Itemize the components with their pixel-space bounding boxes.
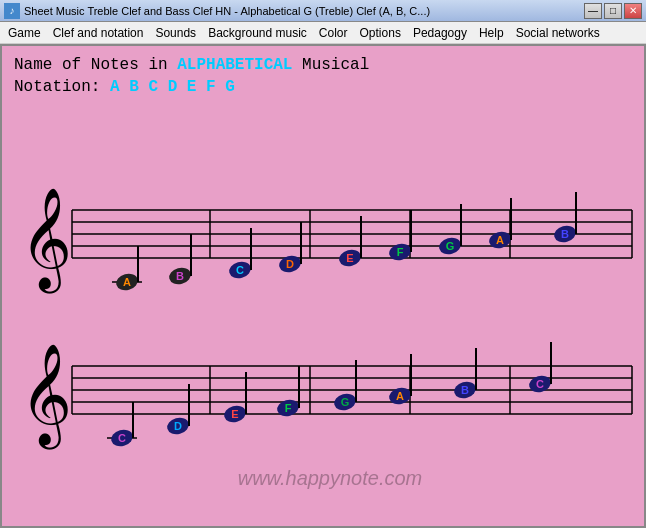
header-line2-prefix: Notation: [14,78,110,96]
svg-text:B: B [561,228,569,240]
maximize-button[interactable]: □ [604,3,622,19]
svg-text:E: E [346,252,353,264]
svg-text:G: G [341,396,350,408]
menu-pedagogy[interactable]: Pedagogy [407,24,473,42]
menu-sounds[interactable]: Sounds [149,24,202,42]
svg-text:C: C [536,378,544,390]
minimize-button[interactable]: — [584,3,602,19]
svg-text:A: A [123,276,131,288]
menu-options[interactable]: Options [354,24,407,42]
main-content: Name of Notes in ALPHABETICAL Musical No… [0,44,646,528]
svg-text:B: B [176,270,184,282]
svg-text:A: A [396,390,404,402]
menu-game[interactable]: Game [2,24,47,42]
header-notes-letters: A B C D E F G [110,78,235,96]
menu-social[interactable]: Social networks [510,24,606,42]
header-alphabetical: ALPHABETICAL [177,56,292,74]
menu-background-music[interactable]: Background music [202,24,313,42]
window-controls: — □ ✕ [584,3,642,19]
svg-text:D: D [174,420,182,432]
svg-text:F: F [285,402,292,414]
menu-help[interactable]: Help [473,24,510,42]
svg-text:www.happynote.com: www.happynote.com [238,467,423,489]
menu-bar: Game Clef and notation Sounds Background… [0,22,646,44]
svg-text:C: C [118,432,126,444]
svg-text:D: D [286,258,294,270]
svg-text:C: C [236,264,244,276]
svg-text:F: F [397,246,404,258]
app-icon: ♪ [4,3,20,19]
close-button[interactable]: ✕ [624,3,642,19]
svg-text:A: A [496,234,504,246]
svg-text:G: G [446,240,455,252]
svg-text:E: E [231,408,238,420]
title-bar: ♪ Sheet Music Treble Clef and Bass Clef … [0,0,646,22]
header-line1-suffix: Musical [292,56,369,74]
menu-clef[interactable]: Clef and notation [47,24,150,42]
svg-text:𝄞: 𝄞 [20,188,72,294]
header-text: Name of Notes in ALPHABETICAL Musical No… [2,46,644,103]
header-line1-prefix: Name of Notes in [14,56,177,74]
staff-svg: 𝄞 A B C D E F G A [10,110,640,500]
menu-color[interactable]: Color [313,24,354,42]
svg-text:B: B [461,384,469,396]
svg-text:𝄞: 𝄞 [20,344,72,450]
window-title: Sheet Music Treble Clef and Bass Clef HN… [24,5,584,17]
